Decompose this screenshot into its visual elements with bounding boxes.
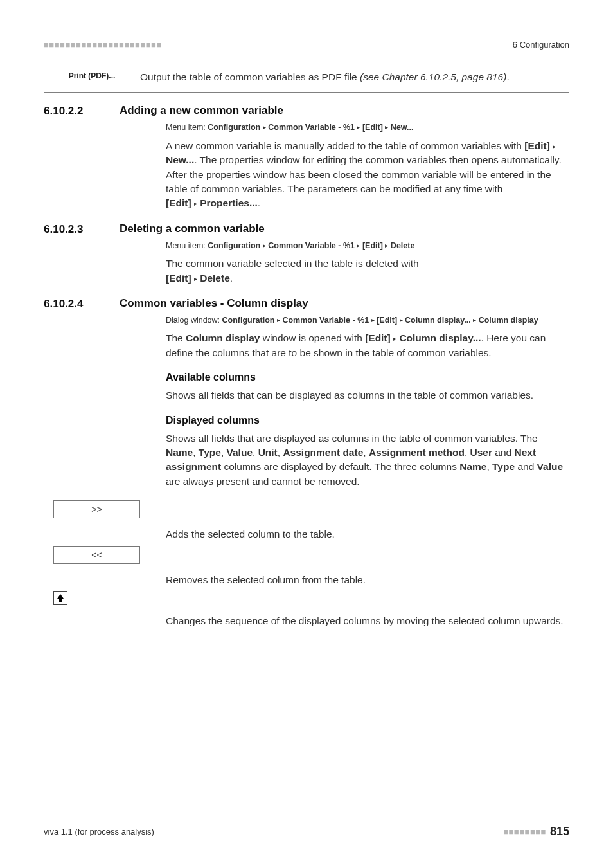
chapter-label: 6 Configuration [513, 40, 569, 50]
column-name: Name [166, 447, 193, 458]
add-column-button[interactable]: >> [53, 500, 140, 518]
menu-path: Dialog window: Configuration ▸ Common Va… [166, 314, 569, 326]
section-number: 6.10.2.2 [44, 104, 120, 118]
ui-label: Delete [200, 273, 230, 284]
remove-column-button[interactable]: << [53, 546, 140, 564]
triangle-icon: ▸ [277, 316, 280, 323]
menu-item: [Edit] [377, 316, 397, 325]
paragraph: The Column display window is opened with… [166, 331, 569, 360]
text: columns are displayed by default. The th… [221, 461, 459, 472]
move-up-button[interactable] [53, 591, 67, 605]
text: . The properties window for editing the … [166, 154, 562, 194]
menu-item: Delete [391, 241, 415, 250]
text: The common variable selected in the tabl… [166, 258, 419, 269]
ui-label: Column display [186, 332, 260, 343]
text: . [258, 197, 260, 208]
section-number: 6.10.2.4 [44, 297, 120, 311]
button-description: Adds the selected column to the table. [166, 527, 569, 541]
menu-item: Common Variable - %1 [268, 241, 355, 250]
column-name: Assignment method [369, 447, 465, 458]
definition-row-print-pdf: Print (PDF)... Output the table of commo… [44, 65, 569, 93]
text: , [253, 447, 258, 458]
triangle-icon: ▸ [400, 316, 403, 323]
column-name: User [470, 447, 492, 458]
button-description: Changes the sequence of the displayed co… [166, 614, 569, 628]
menu-item: Configuration [222, 316, 275, 325]
paragraph: The common variable selected in the tabl… [166, 257, 569, 285]
text: , [363, 447, 369, 458]
triangle-icon: ▸ [393, 335, 396, 342]
column-name: Unit [258, 447, 278, 458]
paragraph: Shows all fields that are displayed as c… [166, 431, 569, 489]
section-heading: 6.10.2.3 Deleting a common variable [44, 222, 569, 236]
section-number: 6.10.2.3 [44, 222, 120, 236]
column-name: Value [227, 447, 253, 458]
text: and [492, 447, 514, 458]
menu-item: New... [391, 123, 414, 132]
menu-item: Column display... [405, 316, 471, 325]
triangle-icon: ▸ [357, 242, 360, 249]
footer-product: viva 1.1 (for process analysis) [44, 827, 154, 836]
menu-item: Configuration [208, 123, 260, 132]
triangle-icon: ▸ [263, 242, 266, 249]
menu-item: [Edit] [362, 241, 383, 250]
text: The [166, 332, 186, 343]
ui-label: New... [166, 154, 194, 165]
column-name: Value [537, 461, 564, 472]
paragraph: A new common variable is manually added … [166, 139, 569, 211]
text: . [230, 273, 233, 284]
menu-item: Column display [479, 316, 538, 325]
column-name: Type [492, 461, 515, 472]
triangle-icon: ▸ [553, 143, 556, 150]
header-ornament: ■■■■■■■■■■■■■■■■■■■■■■ [44, 40, 162, 50]
section-title: Adding a new common variable [120, 104, 569, 118]
subheading-displayed-columns: Displayed columns [166, 415, 569, 426]
text: and [515, 461, 537, 472]
triangle-icon: ▸ [194, 200, 197, 207]
ui-label: [Edit] [166, 197, 191, 208]
menu-item: [Edit] [362, 123, 383, 132]
text: window is opened with [260, 332, 365, 343]
ui-label: Column display... [399, 332, 481, 343]
text: . [506, 71, 509, 82]
triangle-icon: ▸ [357, 123, 360, 131]
button-description: Removes the selected column from the tab… [166, 573, 569, 587]
triangle-icon: ▸ [385, 123, 388, 131]
menu-item: Configuration [208, 241, 260, 250]
footer-ornament: ■■■■■■■■ [503, 827, 546, 836]
page-footer: viva 1.1 (for process analysis) ■■■■■■■■… [44, 825, 569, 838]
definition-term: Print (PDF)... [44, 70, 140, 80]
column-name: Name [459, 461, 486, 472]
text: Dialog window: [166, 316, 222, 325]
section-title: Deleting a common variable [120, 222, 569, 236]
page-header: ■■■■■■■■■■■■■■■■■■■■■■ 6 Configuration [44, 40, 569, 50]
ui-label: Properties... [200, 197, 258, 208]
triangle-icon: ▸ [371, 316, 375, 323]
text: Menu item: [166, 123, 208, 132]
section-heading: 6.10.2.4 Common variables - Column displ… [44, 297, 569, 311]
text: , [465, 447, 470, 458]
triangle-icon: ▸ [473, 316, 476, 323]
ui-label: [Edit] [524, 140, 550, 151]
definition-desc: Output the table of common variables as … [140, 70, 569, 84]
ui-label: [Edit] [365, 332, 391, 343]
menu-path: Menu item: Configuration ▸ Common Variab… [166, 240, 569, 251]
paragraph: Shows all fields that can be displayed a… [166, 388, 569, 402]
menu-path: Menu item: Configuration ▸ Common Variab… [166, 122, 569, 133]
text: are always present and cannot be removed… [166, 476, 360, 487]
menu-item: Common Variable - %1 [282, 316, 369, 325]
triangle-icon: ▸ [263, 123, 266, 131]
text: , [486, 461, 492, 472]
text: A new common variable is manually added … [166, 140, 524, 151]
ui-label: [Edit] [166, 273, 191, 284]
menu-item: Common Variable - %1 [268, 123, 355, 132]
section-title: Common variables - Column display [120, 297, 569, 311]
column-name: Type [199, 447, 221, 458]
text: , [193, 447, 199, 458]
text: Shows all fields that are displayed as c… [166, 433, 538, 444]
text: , [221, 447, 227, 458]
arrow-up-icon [56, 593, 65, 602]
text: Output the table of common variables as … [140, 71, 360, 82]
text: Menu item: [166, 241, 208, 250]
triangle-icon: ▸ [385, 242, 388, 249]
